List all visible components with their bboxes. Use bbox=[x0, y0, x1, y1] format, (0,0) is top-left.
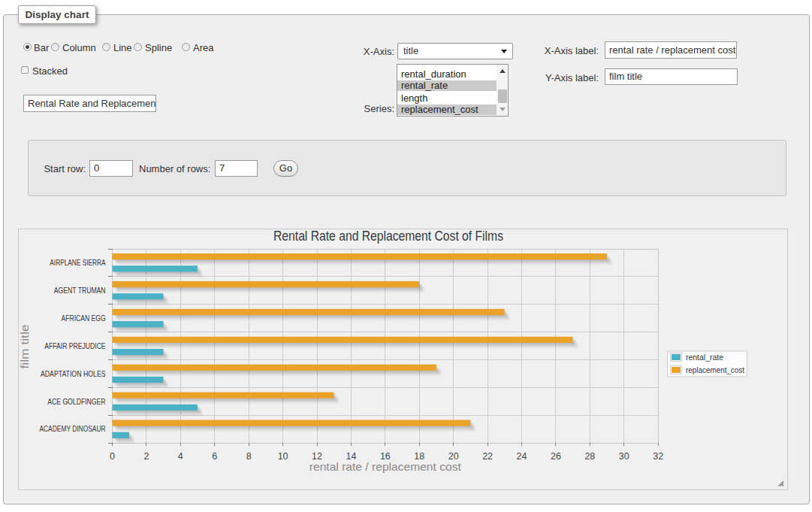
svg-text:film title: film title bbox=[19, 325, 31, 369]
svg-text:rental rate / replacement cost: rental rate / replacement cost bbox=[309, 460, 462, 473]
svg-text:ACE GOLDFINGER: ACE GOLDFINGER bbox=[47, 397, 105, 406]
svg-text:4: 4 bbox=[178, 451, 183, 462]
svg-text:22: 22 bbox=[482, 451, 493, 462]
svg-text:26: 26 bbox=[551, 451, 561, 462]
svg-text:6: 6 bbox=[212, 451, 217, 462]
svg-text:Rental Rate and Replacement Co: Rental Rate and Replacement Cost of Film… bbox=[273, 229, 503, 244]
svg-text:2: 2 bbox=[143, 451, 149, 462]
svg-text:0: 0 bbox=[110, 451, 115, 462]
svg-text:10: 10 bbox=[278, 451, 288, 462]
svg-text:32: 32 bbox=[653, 451, 663, 462]
svg-text:24: 24 bbox=[517, 451, 527, 462]
svg-text:AGENT TRUMAN: AGENT TRUMAN bbox=[54, 286, 106, 295]
svg-text:8: 8 bbox=[246, 451, 252, 462]
svg-text:ACADEMY DINOSAUR: ACADEMY DINOSAUR bbox=[39, 424, 105, 433]
svg-text:replacement_cost: replacement_cost bbox=[686, 365, 745, 374]
svg-text:rental_rate: rental_rate bbox=[686, 353, 723, 362]
svg-text:AFFAIR PREJUDICE: AFFAIR PREJUDICE bbox=[44, 341, 105, 350]
svg-text:28: 28 bbox=[584, 451, 595, 462]
svg-text:AFRICAN EGG: AFRICAN EGG bbox=[62, 314, 106, 323]
svg-text:ADAPTATION HOLES: ADAPTATION HOLES bbox=[41, 369, 106, 378]
svg-text:30: 30 bbox=[619, 451, 629, 462]
svg-text:AIRPLANE SIERRA: AIRPLANE SIERRA bbox=[50, 258, 106, 267]
